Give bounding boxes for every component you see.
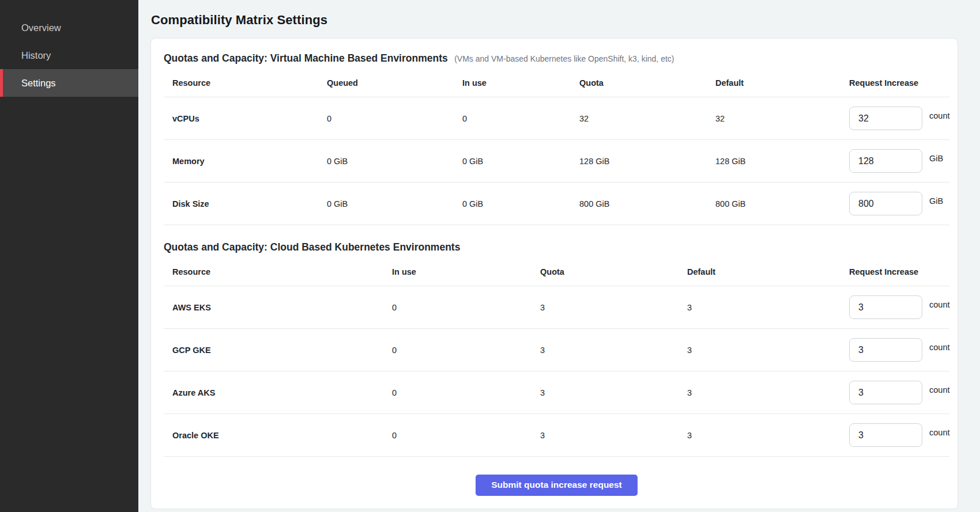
submit-quota-increase-button[interactable]: Submit quota increase request (476, 475, 638, 496)
quota-value: 3 (540, 346, 687, 355)
default-value: 3 (687, 431, 849, 440)
quota-value: 3 (540, 388, 687, 397)
table-header-row: Resource Queued In use Quota Default Req… (164, 70, 949, 97)
column-header-quota: Quota (579, 78, 715, 88)
quota-value: 32 (579, 114, 715, 123)
default-value: 3 (687, 303, 849, 312)
resource-label: Disk Size (164, 199, 327, 208)
section-heading-row: Quotas and Capacity: Cloud Based Kuberne… (164, 241, 949, 253)
unit-label: count (929, 428, 949, 437)
disk-size-request-input[interactable] (849, 192, 922, 215)
request-increase-cell: GiB (849, 192, 949, 215)
quota-value: 128 GiB (579, 157, 715, 166)
sidebar-item-settings[interactable]: Settings (0, 69, 138, 97)
column-header-default: Default (715, 78, 849, 88)
resource-label: Azure AKS (164, 388, 392, 397)
gcp-gke-request-input[interactable] (849, 338, 922, 362)
settings-card: Quotas and Capacity: Virtual Machine Bas… (150, 38, 958, 509)
column-header-queued: Queued (327, 78, 462, 88)
vm-quota-table: Resource Queued In use Quota Default Req… (164, 70, 949, 225)
request-increase-cell: count (849, 381, 949, 404)
unit-label: GiB (929, 196, 943, 206)
table-header-row: Resource In use Quota Default Request In… (164, 259, 949, 286)
sidebar: Overview History Settings (0, 0, 138, 512)
unit-label: count (929, 385, 949, 395)
aws-eks-request-input[interactable] (849, 295, 922, 319)
resource-label: AWS EKS (164, 303, 392, 312)
column-header-resource: Resource (164, 78, 327, 88)
section-k8s-quotas: Quotas and Capacity: Cloud Based Kuberne… (164, 241, 949, 457)
sidebar-item-label: Overview (21, 22, 61, 33)
submit-row: Submit quota increase request (164, 475, 949, 496)
in-use-value: 0 (392, 303, 540, 312)
table-row-memory: Memory 0 GiB 0 GiB 128 GiB 128 GiB GiB (164, 140, 949, 183)
unit-label: count (929, 111, 949, 120)
table-row-disk-size: Disk Size 0 GiB 0 GiB 800 GiB 800 GiB Gi… (164, 183, 949, 225)
section-heading: Quotas and Capacity: Virtual Machine Bas… (164, 52, 448, 64)
table-row-gcp-gke: GCP GKE 0 3 3 count (164, 329, 949, 371)
column-header-default: Default (687, 267, 849, 276)
in-use-value: 0 GiB (462, 199, 579, 208)
request-increase-cell: count (849, 295, 949, 319)
azure-aks-request-input[interactable] (849, 381, 922, 404)
unit-label: count (929, 343, 949, 352)
resource-label: Oracle OKE (164, 431, 392, 440)
default-value: 800 GiB (715, 199, 849, 208)
queued-value: 0 GiB (327, 199, 462, 208)
resource-label: Memory (164, 157, 327, 166)
sidebar-item-overview[interactable]: Overview (0, 14, 138, 41)
resource-label: GCP GKE (164, 346, 392, 355)
k8s-quota-table: Resource In use Quota Default Request In… (164, 259, 949, 457)
oracle-oke-request-input[interactable] (849, 423, 922, 447)
table-row-vcpus: vCPUs 0 0 32 32 count (164, 97, 949, 140)
sidebar-item-label: Settings (21, 78, 56, 89)
default-value: 3 (687, 388, 849, 397)
sidebar-item-label: History (21, 50, 51, 61)
vcpus-request-input[interactable] (849, 107, 922, 130)
in-use-value: 0 (392, 431, 540, 440)
default-value: 128 GiB (715, 157, 849, 166)
in-use-value: 0 (392, 388, 540, 397)
table-row-azure-aks: Azure AKS 0 3 3 count (164, 371, 949, 414)
default-value: 3 (687, 346, 849, 355)
unit-label: GiB (929, 154, 943, 163)
request-increase-cell: count (849, 338, 949, 362)
section-heading-row: Quotas and Capacity: Virtual Machine Bas… (164, 52, 949, 65)
column-header-resource: Resource (164, 267, 392, 276)
request-increase-cell: count (849, 107, 949, 130)
section-heading: Quotas and Capacity: Cloud Based Kuberne… (164, 241, 460, 253)
queued-value: 0 GiB (327, 157, 462, 166)
table-row-oracle-oke: Oracle OKE 0 3 3 count (164, 414, 949, 457)
in-use-value: 0 (462, 114, 579, 123)
quota-value: 3 (540, 303, 687, 312)
in-use-value: 0 GiB (462, 157, 579, 166)
quota-value: 800 GiB (579, 199, 715, 208)
in-use-value: 0 (392, 346, 540, 355)
column-header-request-increase: Request Increase (849, 78, 949, 88)
page-title: Compatibility Matrix Settings (151, 13, 958, 28)
request-increase-cell: count (849, 423, 949, 447)
memory-request-input[interactable] (849, 149, 922, 173)
section-subtitle: (VMs and VM-based Kubernetes like OpenSh… (454, 54, 674, 63)
resource-label: vCPUs (164, 114, 327, 123)
column-header-quota: Quota (540, 267, 687, 276)
main-content: Compatibility Matrix Settings Quotas and… (138, 0, 980, 512)
column-header-in-use: In use (392, 267, 540, 276)
sidebar-item-history[interactable]: History (0, 41, 138, 69)
unit-label: count (929, 300, 949, 309)
default-value: 32 (715, 114, 849, 123)
column-header-request-increase: Request Increase (849, 267, 949, 276)
queued-value: 0 (327, 114, 462, 123)
column-header-in-use: In use (462, 78, 579, 88)
quota-value: 3 (540, 431, 687, 440)
request-increase-cell: GiB (849, 149, 949, 173)
table-row-aws-eks: AWS EKS 0 3 3 count (164, 286, 949, 329)
section-vm-quotas: Quotas and Capacity: Virtual Machine Bas… (164, 52, 949, 225)
